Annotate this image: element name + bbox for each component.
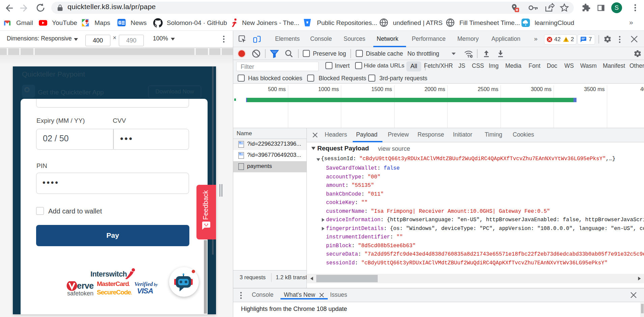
svg-text:Interswitch: Interswitch xyxy=(90,270,127,278)
svg-text:safetoken: safetoken xyxy=(67,290,93,296)
svg-text:erve: erve xyxy=(77,281,94,290)
svg-text:SecureCode.: SecureCode. xyxy=(97,289,132,296)
svg-text:G: G xyxy=(118,21,121,25)
svg-text:MasterCard.: MasterCard. xyxy=(97,280,130,287)
svg-text:VISA: VISA xyxy=(137,287,153,295)
